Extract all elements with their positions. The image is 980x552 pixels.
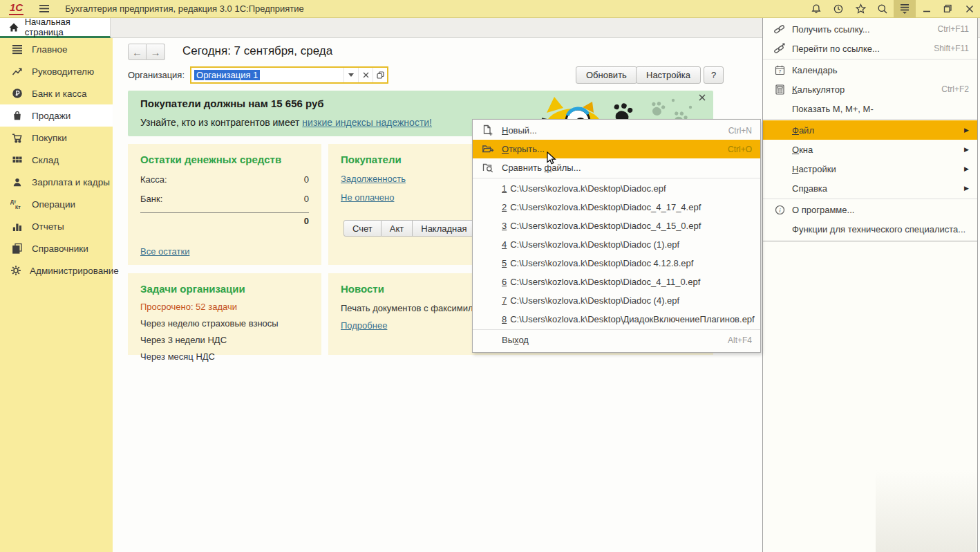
person-icon: [10, 177, 23, 187]
document-buttons: Счет Акт Накладная: [343, 220, 487, 237]
task-item[interactable]: Через месяц НДС: [140, 351, 309, 362]
recent-file-2[interactable]: 2C:\Users\kozlova.k\Desktop\Diadoc_4_17_…: [473, 198, 760, 217]
sidebar-item-prodazhi[interactable]: Продажи: [0, 104, 113, 127]
recent-file-1[interactable]: 1C:\Users\kozlova.k\Desktop\Diadoc.epf: [473, 179, 760, 198]
link-icon: [771, 24, 788, 35]
main-menu-button[interactable]: [894, 0, 916, 18]
sidebar-item-label: Зарплата и кадры: [32, 177, 110, 187]
home-icon: [9, 23, 19, 32]
minimize-button[interactable]: [916, 0, 937, 18]
menu-item-label: Выход: [502, 335, 728, 345]
recent-path: C:\Users\kozlova.k\Desktop\Diadoc (4).ep…: [510, 295, 679, 306]
organization-input[interactable]: Организация 1: [190, 66, 388, 84]
file-submenu: Новый... Ctrl+N Открыть... Ctrl+O Сравни…: [472, 119, 761, 353]
menu-item-get-link[interactable]: Получить ссылку... Ctrl+F11: [763, 19, 977, 39]
menu-item-file[interactable]: Файл ▶: [763, 120, 977, 140]
menu-item-show-m[interactable]: Показать М, М+, М-: [763, 99, 977, 118]
sidebar-item-zarplata[interactable]: Зарплата и кадры: [0, 171, 113, 193]
sidebar-item-label: Продажи: [32, 111, 70, 121]
menu-item-label: Функции для технического специалиста...: [792, 224, 969, 234]
recent-file-5[interactable]: 5C:\Users\kozlova.k\Desktop\Diadoc 4.12.…: [473, 254, 760, 273]
waybill-button[interactable]: Накладная: [413, 220, 475, 237]
help-button[interactable]: ?: [704, 66, 724, 84]
svg-text:7: 7: [778, 68, 781, 73]
forward-button[interactable]: →: [147, 44, 165, 60]
sidebar-item-glavnoe[interactable]: Главное: [0, 38, 113, 60]
recent-file-4[interactable]: 4C:\Users\kozlova.k\Desktop\Diadoc (1).e…: [473, 235, 760, 254]
close-button[interactable]: [959, 0, 980, 18]
sidebar-item-pokupki[interactable]: Покупки: [0, 127, 113, 149]
debt-link[interactable]: Задолженность: [341, 174, 406, 184]
recent-file-6[interactable]: 6C:\Users\kozlova.k\Desktop\Diadoc_4_11_…: [473, 273, 760, 291]
sidebar-item-bank-i-kassa[interactable]: Банк и касса: [0, 82, 113, 104]
clear-field-icon[interactable]: [358, 68, 373, 82]
recent-file-8[interactable]: 8C:\Users\kozlova.k\Desktop\ДиадокВключе…: [473, 310, 760, 329]
recent-file-3[interactable]: 3C:\Users\kozlova.k\Desktop\Diadoc_4_15_…: [473, 217, 760, 235]
banner-link[interactable]: низкие индексы надежности!: [302, 117, 432, 128]
menu-item-label: Открыть...: [502, 144, 728, 154]
overdue-tasks[interactable]: Просрочено: 52 задачи: [140, 302, 309, 312]
organization-label: Организация:: [128, 70, 185, 80]
organization-value[interactable]: Организация 1: [191, 70, 343, 80]
panel-cash-balances: Остатки денежных средств Касса:0 Банк:0 …: [128, 144, 321, 265]
submenu-arrow-icon: ▶: [964, 146, 969, 153]
submenu-arrow-icon: ▶: [964, 127, 969, 134]
tab-home[interactable]: Начальная страница: [0, 18, 111, 38]
menu-item-open[interactable]: Открыть... Ctrl+O: [473, 140, 760, 158]
menu-item-settings[interactable]: Настройки ▶: [763, 159, 977, 178]
history-clock-icon[interactable]: [827, 0, 849, 18]
nav-history-buttons: ← →: [128, 44, 165, 60]
menu-item-go-to-link[interactable]: Перейти по ссылке... Shift+F11: [763, 39, 977, 58]
all-balances-link[interactable]: Все остатки: [140, 246, 189, 257]
sidebar-item-operacii[interactable]: ДтКт Операции: [0, 193, 113, 215]
open-folder-icon: [480, 143, 496, 155]
menu-item-help[interactable]: Справка ▶: [763, 178, 977, 198]
sidebar-item-spravochniki[interactable]: Справочники: [0, 237, 113, 259]
menu-shortcut: Ctrl+F11: [938, 24, 969, 34]
sidebar-item-administrirovanie[interactable]: Администрирование: [0, 259, 113, 282]
menu-separator: [763, 199, 977, 199]
open-list-icon[interactable]: [373, 68, 387, 82]
menu-item-windows[interactable]: Окна ▶: [763, 140, 977, 159]
info-icon: i: [771, 204, 788, 216]
settings-button[interactable]: Настройка: [636, 66, 701, 84]
sidebar-item-rukovoditelyu[interactable]: Руководителю: [0, 60, 113, 82]
sidebar-item-sklad[interactable]: Склад: [0, 149, 113, 171]
task-item[interactable]: Через неделю страховые взносы: [140, 318, 309, 329]
sidebar-item-label: Администрирование: [30, 266, 119, 276]
menu-item-exit[interactable]: Выход Alt+F4: [473, 331, 760, 349]
hamburger-icon[interactable]: [39, 4, 50, 13]
menu-item-tech-functions[interactable]: Функции для технического специалиста...: [763, 219, 977, 239]
favorites-star-icon[interactable]: [849, 0, 871, 18]
banner-close-icon[interactable]: [699, 94, 706, 101]
back-button[interactable]: ←: [128, 44, 147, 60]
recent-number: 8: [502, 314, 507, 324]
restore-button[interactable]: [937, 0, 959, 18]
recent-number: 6: [502, 277, 507, 287]
menu-item-label: Сравнить файлы...: [502, 163, 752, 173]
menu-item-compare-files[interactable]: Сравнить файлы...: [473, 158, 760, 177]
menu-item-label: О программе...: [792, 205, 969, 215]
menu-shortcut: Ctrl+O: [728, 145, 752, 154]
menu-item-label: Настройки: [792, 164, 959, 174]
menu-item-calendar[interactable]: 7 Календарь: [763, 60, 977, 80]
refresh-button[interactable]: Обновить: [576, 66, 637, 84]
act-button[interactable]: Акт: [381, 220, 413, 237]
unpaid-link[interactable]: Не оплачено: [341, 192, 394, 203]
today-heading: Сегодня: 7 сентября, среда: [182, 44, 332, 58]
sidebar-item-otchety[interactable]: Отчеты: [0, 215, 113, 237]
menu-item-new[interactable]: Новый... Ctrl+N: [473, 121, 760, 140]
search-icon[interactable]: [871, 0, 894, 18]
menu-item-about[interactable]: i О программе...: [763, 200, 977, 219]
bar-chart-icon: [10, 221, 23, 232]
news-more-link[interactable]: Подробнее: [341, 320, 387, 331]
recent-file-7[interactable]: 7C:\Users\kozlova.k\Desktop\Diadoc (4).e…: [473, 291, 760, 310]
dropdown-arrow-icon[interactable]: [343, 68, 358, 82]
task-item[interactable]: Через 3 недели НДС: [140, 335, 309, 345]
main-menu-panel: Получить ссылку... Ctrl+F11 Перейти по с…: [762, 18, 978, 552]
panel-org-tasks: Задачи организации Просрочено: 52 задачи…: [128, 273, 321, 355]
menu-item-calculator[interactable]: Калькулятор Ctrl+F2: [763, 80, 977, 99]
trend-arrow-icon: [10, 66, 23, 77]
invoice-button[interactable]: Счет: [343, 220, 381, 237]
notifications-bell-icon[interactable]: [805, 0, 827, 18]
